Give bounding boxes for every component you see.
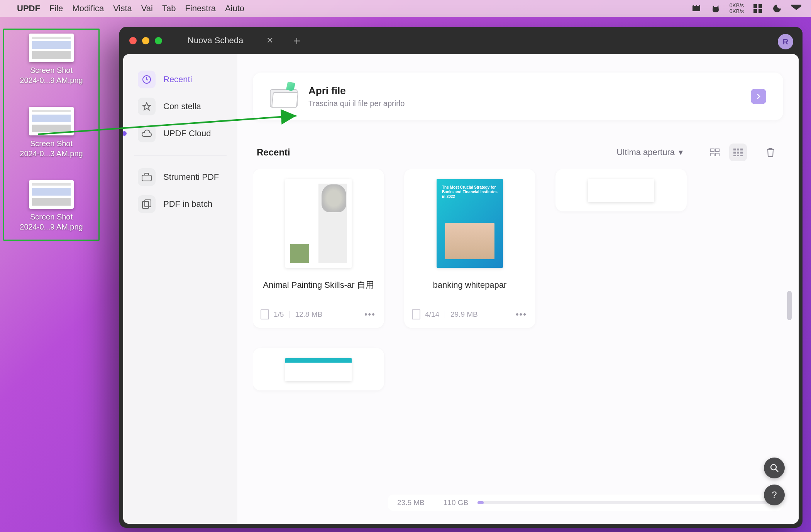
desktop-selection: Screen Shot2024-0...9 AM.png Screen Shot… <box>3 29 100 241</box>
clock-icon <box>138 71 156 88</box>
sort-label: Ultima apertura <box>617 147 675 157</box>
view-list-button[interactable] <box>706 144 724 161</box>
mail-icon[interactable] <box>791 3 802 14</box>
svg-rect-12 <box>716 153 720 156</box>
storage-track <box>477 501 774 504</box>
separator <box>289 311 290 318</box>
macos-menubar: UPDF File Modifica Vista Vai Tab Finestr… <box>0 0 811 17</box>
app-name[interactable]: UPDF <box>17 3 40 14</box>
new-tab-button[interactable]: ＋ <box>291 33 303 49</box>
doc-size: 29.9 MB <box>450 310 478 319</box>
moon-icon[interactable] <box>772 3 782 14</box>
doc-thumbnail <box>588 179 654 202</box>
desktop-file[interactable]: Screen Shot2024-0...3 AM.png <box>20 107 83 159</box>
file-label: Screen Shot2024-0...3 AM.png <box>20 138 83 159</box>
svg-rect-14 <box>737 149 739 150</box>
separator <box>434 499 434 506</box>
thumb-text: The Most Crucial Strategy for Banks and … <box>442 185 498 199</box>
svg-rect-6 <box>142 175 151 181</box>
window-minimize-button[interactable] <box>142 37 149 44</box>
menu-window[interactable]: Finestra <box>185 3 215 14</box>
svg-line-23 <box>775 469 778 472</box>
sidebar-label: PDF in batch <box>163 199 212 209</box>
sidebar: Recenti Con stella UPDF Cloud Strumenti … <box>123 54 237 524</box>
doc-thumbnail: The Most Crucial Strategy for Banks and … <box>437 179 503 268</box>
star-icon <box>138 98 156 115</box>
trash-button[interactable] <box>762 144 779 161</box>
file-label: Screen Shot2024-0...9 AM.png <box>20 212 83 232</box>
updf-window: Nuova Scheda ✕ ＋ R Recenti Con stella UP… <box>119 27 803 528</box>
scrollbar-thumb[interactable] <box>787 291 792 320</box>
document-card[interactable]: Animal Painting Skills-ar 自用 1/5 12.8 MB… <box>253 169 384 328</box>
svg-rect-21 <box>740 155 743 156</box>
menu-tab[interactable]: Tab <box>162 3 176 14</box>
open-file-dropzone[interactable]: Apri file Trascina qui il file per aprir… <box>253 73 783 120</box>
desktop-file[interactable]: Screen Shot2024-0...9 AM.png <box>20 34 83 85</box>
file-label: Screen Shot2024-0...9 AM.png <box>20 65 83 85</box>
sidebar-item-recent[interactable]: Recenti <box>134 68 227 91</box>
tab-new[interactable]: Nuova Scheda ✕ <box>178 30 283 51</box>
toolbox-icon <box>138 168 156 186</box>
view-grid-button[interactable] <box>729 144 747 161</box>
folder-icon <box>270 85 298 108</box>
svg-point-22 <box>771 464 776 470</box>
doc-more-button[interactable]: ••• <box>516 309 527 319</box>
list-header: Recenti Ultima apertura ▾ <box>253 144 783 169</box>
svg-rect-11 <box>710 153 714 156</box>
menu-go[interactable]: Vai <box>141 3 153 14</box>
sidebar-item-batch[interactable]: PDF in batch <box>134 193 227 216</box>
window-close-button[interactable] <box>129 37 137 44</box>
window-maximize-button[interactable] <box>155 37 162 44</box>
storage-total: 110 GB <box>444 498 468 507</box>
svg-rect-15 <box>740 149 743 150</box>
svg-rect-19 <box>733 155 736 156</box>
open-file-title: Apri file <box>308 85 740 97</box>
desktop-file[interactable]: Screen Shot2024-0...9 AM.png <box>20 180 83 232</box>
svg-rect-3 <box>759 9 762 13</box>
sort-dropdown[interactable]: Ultima apertura ▾ <box>617 147 683 157</box>
main-panel: Apri file Trascina qui il file per aprir… <box>237 54 799 524</box>
help-fab[interactable]: ? <box>764 485 785 505</box>
chevron-down-icon: ▾ <box>679 147 683 157</box>
traffic-lights <box>129 37 162 44</box>
net-down: 0KB/s <box>730 8 744 14</box>
open-file-subtitle: Trascina qui il file per aprirlo <box>308 99 740 108</box>
menu-file[interactable]: File <box>49 3 63 14</box>
svg-rect-17 <box>737 152 739 154</box>
file-thumb-icon <box>29 34 74 62</box>
grid-icon[interactable] <box>752 3 763 14</box>
sidebar-item-cloud[interactable]: UPDF Cloud <box>134 122 227 145</box>
doc-title: banking whitepapar <box>433 279 507 303</box>
documents-grid: Animal Painting Skills-ar 自用 1/5 12.8 MB… <box>253 169 783 421</box>
cat-icon[interactable] <box>710 3 721 14</box>
titlebar: Nuova Scheda ✕ ＋ R <box>119 27 803 54</box>
search-fab[interactable] <box>764 458 785 478</box>
menu-view[interactable]: Vista <box>113 3 132 14</box>
menu-edit[interactable]: Modifica <box>72 3 104 14</box>
document-card[interactable]: The Most Crucial Strategy for Banks and … <box>404 169 535 328</box>
doc-more-button[interactable]: ••• <box>364 309 376 319</box>
svg-rect-16 <box>733 152 736 154</box>
svg-rect-20 <box>737 155 739 156</box>
pages-icon <box>261 310 268 319</box>
doc-pages: 1/5 <box>274 310 284 319</box>
sidebar-item-tools[interactable]: Strumenti PDF <box>134 166 227 189</box>
doc-thumbnail <box>285 358 352 381</box>
pages-icon <box>413 310 420 319</box>
itch-icon[interactable] <box>691 3 702 14</box>
sidebar-label: Con stella <box>163 101 201 111</box>
storage-bar: 23.5 MB 110 GB <box>388 495 783 511</box>
open-file-arrow-button[interactable] <box>751 89 766 104</box>
document-card[interactable] <box>253 348 384 390</box>
svg-rect-9 <box>710 149 714 152</box>
tab-title: Nuova Scheda <box>188 35 243 46</box>
sidebar-item-starred[interactable]: Con stella <box>134 95 227 118</box>
menu-help[interactable]: Aiuto <box>225 3 244 14</box>
doc-pages: 4/14 <box>425 310 439 319</box>
document-card[interactable] <box>555 169 687 211</box>
file-thumb-icon <box>29 180 74 209</box>
sidebar-label: UPDF Cloud <box>163 128 211 138</box>
user-avatar[interactable]: R <box>778 34 793 49</box>
doc-size: 12.8 MB <box>295 310 322 319</box>
tab-close-icon[interactable]: ✕ <box>266 35 273 46</box>
